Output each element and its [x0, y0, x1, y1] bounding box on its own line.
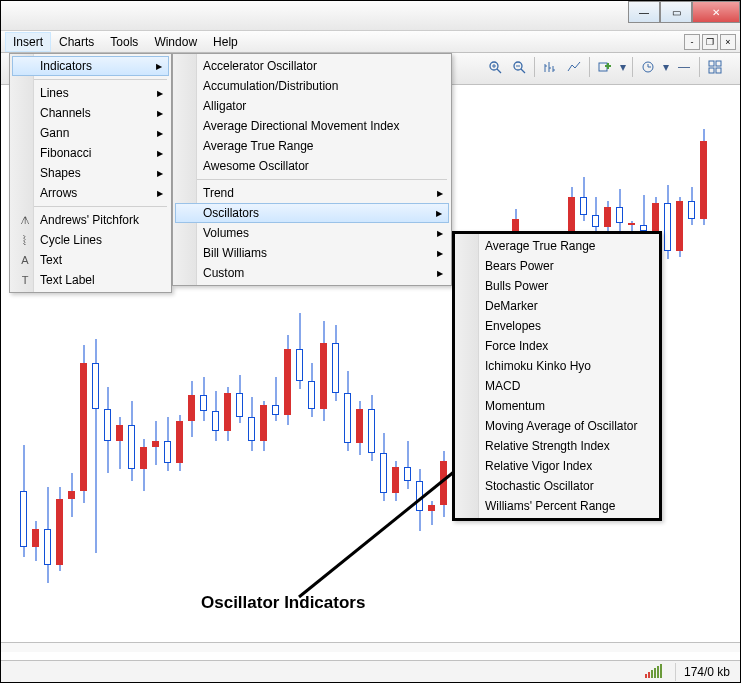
menu-item-envelopes[interactable]: Envelopes [457, 316, 657, 336]
menu-item-average-true-range[interactable]: Average True Range [457, 236, 657, 256]
menu-item-text-label[interactable]: TText Label [12, 270, 169, 290]
menu-item-channels[interactable]: Channels▶ [12, 103, 169, 123]
chevron-right-icon: ▶ [157, 129, 163, 138]
chevron-right-icon: ▶ [437, 269, 443, 278]
menu-item-text[interactable]: AText [12, 250, 169, 270]
menu-item-trend[interactable]: Trend▶ [175, 183, 449, 203]
menu-item-accumulation-distribution[interactable]: Accumulation/Distribution [175, 76, 449, 96]
menu-item-bears-power[interactable]: Bears Power [457, 256, 657, 276]
chevron-right-icon: ▶ [156, 62, 162, 71]
menu-item-accelerator-oscillator[interactable]: Accelerator Oscillator [175, 56, 449, 76]
menu-item-demarker[interactable]: DeMarker [457, 296, 657, 316]
menu-item-macd[interactable]: MACD [457, 376, 657, 396]
indicators-submenu: Accelerator OscillatorAccumulation/Distr… [172, 53, 452, 286]
menu-item-lines[interactable]: Lines▶ [12, 83, 169, 103]
menu-item-alligator[interactable]: Alligator [175, 96, 449, 116]
pitchfork-icon: ⩚ [17, 212, 33, 228]
menu-item-fibonacci[interactable]: Fibonacci▶ [12, 143, 169, 163]
menu-item-volumes[interactable]: Volumes▶ [175, 223, 449, 243]
chevron-right-icon: ▶ [436, 209, 442, 218]
menu-item-custom[interactable]: Custom▶ [175, 263, 449, 283]
menu-item-force-index[interactable]: Force Index [457, 336, 657, 356]
menu-item-gann[interactable]: Gann▶ [12, 123, 169, 143]
menu-item-average-directional-movement-index[interactable]: Average Directional Movement Index [175, 116, 449, 136]
chevron-right-icon: ▶ [157, 109, 163, 118]
menu-item-relative-strength-index[interactable]: Relative Strength Index [457, 436, 657, 456]
chevron-right-icon: ▶ [157, 169, 163, 178]
chevron-right-icon: ▶ [157, 89, 163, 98]
chevron-right-icon: ▶ [437, 189, 443, 198]
menu-item-bulls-power[interactable]: Bulls Power [457, 276, 657, 296]
insert-dropdown-menu: Indicators▶Lines▶Channels▶Gann▶Fibonacci… [9, 53, 172, 293]
menu-item-stochastic-oscillator[interactable]: Stochastic Oscillator [457, 476, 657, 496]
chevron-right-icon: ▶ [437, 229, 443, 238]
cycle-icon: ⦚ [17, 232, 33, 248]
svg-line-17 [299, 471, 455, 597]
textlabel-icon: T [17, 272, 33, 288]
menu-item-shapes[interactable]: Shapes▶ [12, 163, 169, 183]
menu-item-ichimoku-kinko-hyo[interactable]: Ichimoku Kinko Hyo [457, 356, 657, 376]
menu-item-andrews-pitchfork[interactable]: ⩚Andrews' Pitchfork [12, 210, 169, 230]
text-icon: A [17, 252, 33, 268]
menu-item-moving-average-of-oscillator[interactable]: Moving Average of Oscillator [457, 416, 657, 436]
chevron-right-icon: ▶ [157, 189, 163, 198]
menu-item-bill-williams[interactable]: Bill Williams▶ [175, 243, 449, 263]
chevron-right-icon: ▶ [437, 249, 443, 258]
oscillators-submenu: Average True RangeBears PowerBulls Power… [452, 231, 662, 521]
menu-item-average-true-range[interactable]: Average True Range [175, 136, 449, 156]
menu-item-indicators[interactable]: Indicators▶ [12, 56, 169, 76]
menu-item-williams-percent-range[interactable]: Williams' Percent Range [457, 496, 657, 516]
menu-item-cycle-lines[interactable]: ⦚Cycle Lines [12, 230, 169, 250]
chevron-right-icon: ▶ [157, 149, 163, 158]
menu-item-awesome-oscillator[interactable]: Awesome Oscillator [175, 156, 449, 176]
menu-item-arrows[interactable]: Arrows▶ [12, 183, 169, 203]
menu-item-oscillators[interactable]: Oscillators▶ [175, 203, 449, 223]
menu-item-momentum[interactable]: Momentum [457, 396, 657, 416]
menu-item-relative-vigor-index[interactable]: Relative Vigor Index [457, 456, 657, 476]
